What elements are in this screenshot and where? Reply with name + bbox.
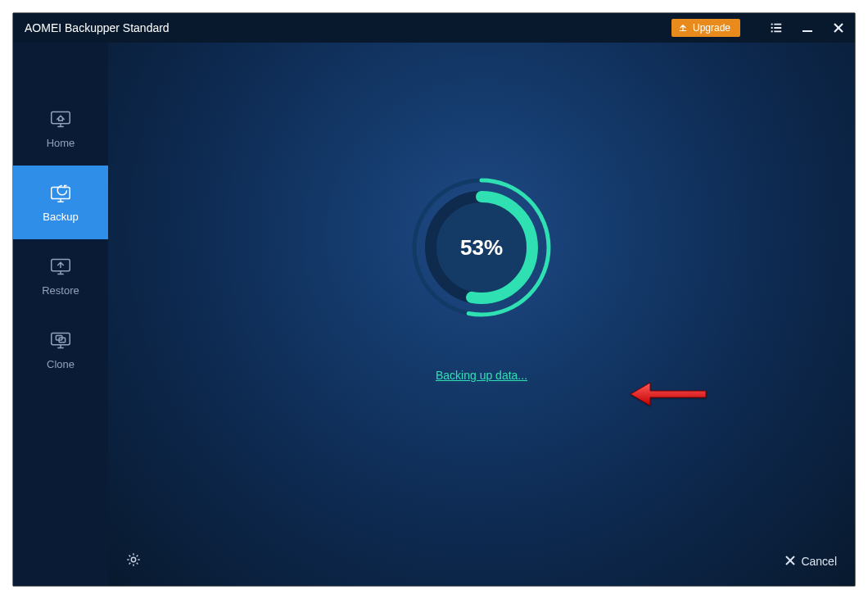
settings-button[interactable] [126, 552, 141, 570]
titlebar: AOMEI Backupper Standard Upgrade [13, 13, 855, 43]
close-button[interactable] [829, 18, 848, 38]
sidebar-item-home[interactable]: Home [13, 92, 108, 166]
minimize-button[interactable] [798, 18, 817, 38]
sidebar: Home Backup Restore Clone [13, 43, 108, 586]
sidebar-item-label: Home [47, 137, 75, 149]
home-icon [48, 108, 73, 132]
svg-point-20 [131, 557, 135, 561]
sidebar-item-label: Backup [43, 211, 78, 223]
cancel-label: Cancel [801, 555, 837, 568]
upgrade-label: Upgrade [693, 22, 730, 34]
sidebar-item-label: Clone [47, 358, 75, 370]
progress-ring: 53% [408, 174, 555, 321]
backup-icon [48, 182, 73, 206]
sidebar-item-clone[interactable]: Clone [13, 313, 108, 387]
sidebar-item-backup[interactable]: Backup [13, 166, 108, 239]
svg-rect-9 [52, 112, 70, 124]
sidebar-item-label: Restore [42, 284, 79, 297]
cancel-button[interactable]: Cancel [785, 555, 837, 568]
app-window: AOMEI Backupper Standard Upgrade Home [12, 12, 856, 587]
menu-button[interactable] [766, 18, 786, 38]
main-panel: 53% Backing up data... [108, 43, 855, 586]
app-title: AOMEI Backupper Standard [25, 21, 170, 34]
upgrade-button[interactable]: Upgrade [671, 19, 740, 37]
svg-point-2 [771, 27, 773, 29]
status-link[interactable]: Backing up data... [436, 369, 527, 382]
svg-rect-10 [52, 187, 70, 198]
svg-point-0 [771, 23, 773, 25]
sidebar-item-restore[interactable]: Restore [13, 239, 108, 313]
footer: Cancel [108, 537, 855, 586]
upgrade-icon [678, 22, 688, 34]
arrow-annotation-icon [627, 379, 709, 412]
app-body: Home Backup Restore Clone [13, 43, 855, 586]
close-icon [785, 555, 795, 568]
progress-percent-label: 53% [408, 174, 555, 321]
restore-icon [48, 256, 73, 279]
gear-icon [126, 556, 141, 570]
clone-icon [48, 329, 73, 353]
svg-point-4 [771, 30, 773, 32]
